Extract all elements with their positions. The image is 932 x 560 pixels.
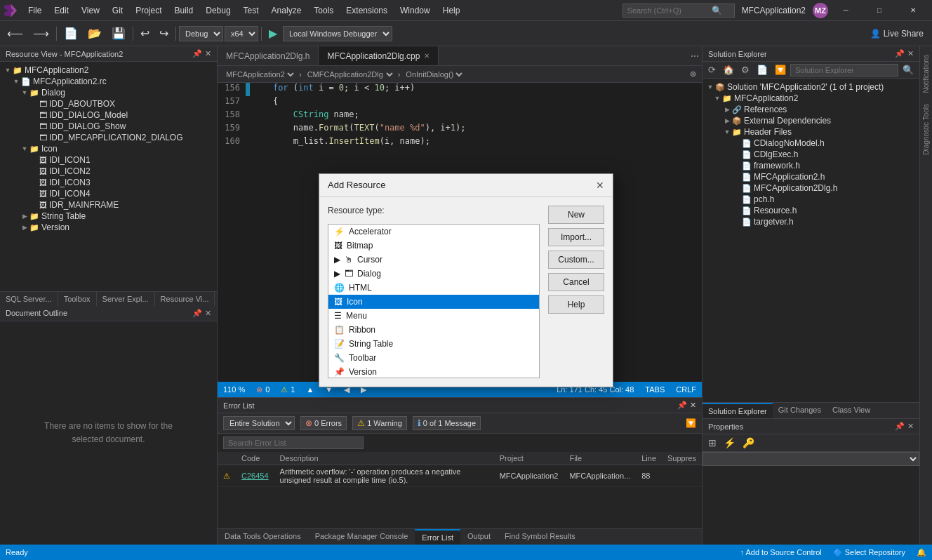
version-icon: 📌 (334, 367, 345, 377)
icon-type-icon: 🖼 (334, 297, 342, 307)
resource-dialog[interactable]: ▶ 🗔 Dialog (328, 267, 539, 281)
dialog-list-area: Resource type: ⚡ Accelerator 🖼 Bitmap ▶ … (328, 206, 540, 378)
dialog-type-label: Dialog (357, 269, 381, 279)
cursor-expand-icon: 🖱 (345, 255, 353, 265)
toolbar-icon: 🔧 (334, 353, 345, 363)
cancel-button[interactable]: Cancel (548, 273, 604, 291)
dialog-header: Add Resource ✕ (319, 174, 613, 197)
resource-icon[interactable]: 🖼 Icon (328, 295, 539, 309)
resource-cursor[interactable]: ▶ 🖱 Cursor (328, 253, 539, 267)
add-resource-dialog: Add Resource ✕ Resource type: ⚡ Accelera… (319, 173, 613, 387)
resource-type-list[interactable]: ⚡ Accelerator 🖼 Bitmap ▶ 🖱 Cursor ▶ (328, 224, 540, 378)
accelerator-icon: ⚡ (334, 227, 345, 236)
ribbon-label: Ribbon (349, 325, 375, 335)
string-table-label: String Table (349, 339, 393, 349)
resource-accelerator[interactable]: ⚡ Accelerator (328, 225, 539, 239)
bitmap-icon: 🖼 (334, 241, 342, 251)
help-button[interactable]: Help (548, 295, 604, 314)
modal-overlay: Add Resource ✕ Resource type: ⚡ Accelera… (0, 0, 932, 560)
resource-html[interactable]: 🌐 HTML (328, 281, 539, 295)
html-icon: 🌐 (334, 283, 345, 293)
resource-ribbon[interactable]: 📋 Ribbon (328, 323, 539, 337)
resource-toolbar[interactable]: 🔧 Toolbar (328, 351, 539, 365)
resource-menu[interactable]: ☰ Menu (328, 309, 539, 323)
dialog-type-icon: 🗔 (345, 269, 353, 279)
dialog-body: Resource type: ⚡ Accelerator 🖼 Bitmap ▶ … (319, 197, 613, 387)
toolbar-label: Toolbar (349, 353, 376, 363)
dialog-close-button[interactable]: ✕ (596, 180, 604, 191)
icon-type-label: Icon (347, 297, 363, 307)
dialog-buttons: New Import... Custom... Cancel Help (548, 206, 604, 378)
resource-string-table[interactable]: 📝 String Table (328, 337, 539, 351)
menu-icon: ☰ (334, 311, 342, 321)
bitmap-label: Bitmap (347, 241, 373, 251)
version-label: Version (349, 367, 377, 377)
import-button[interactable]: Import... (548, 228, 604, 246)
resource-version[interactable]: 📌 Version (328, 365, 539, 378)
dialog-title: Add Resource (328, 180, 385, 190)
menu-label: Menu (346, 311, 367, 321)
dialog-label: Resource type: (328, 206, 540, 215)
cursor-label: Cursor (357, 255, 382, 265)
custom-button[interactable]: Custom... (548, 251, 604, 269)
dialog-expand-icon: ▶ (334, 269, 340, 279)
html-label: HTML (349, 283, 372, 293)
new-button[interactable]: New (548, 206, 604, 224)
accelerator-label: Accelerator (349, 227, 392, 236)
string-table-icon: 📝 (334, 339, 345, 349)
resource-bitmap[interactable]: 🖼 Bitmap (328, 239, 539, 253)
cursor-icon: ▶ (334, 255, 340, 265)
ribbon-icon: 📋 (334, 325, 345, 335)
